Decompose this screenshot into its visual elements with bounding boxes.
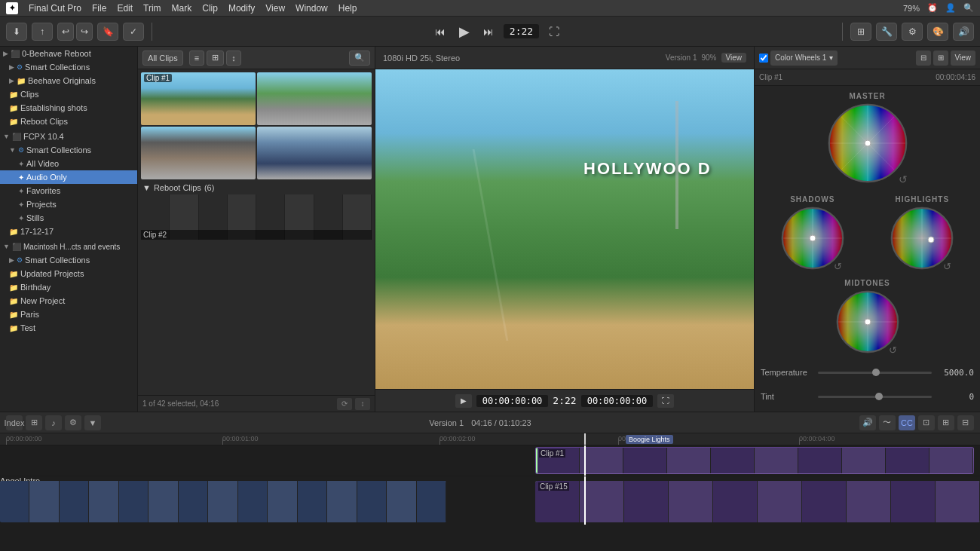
fullscreen-btn[interactable]: ⛶	[657, 394, 674, 408]
checkmark-btn[interactable]: ✓	[123, 23, 144, 41]
tint-slider[interactable]	[818, 396, 932, 398]
tl-audio-meter-btn[interactable]: 🔊	[859, 415, 876, 430]
undo-btn[interactable]: ↩	[57, 23, 74, 41]
star-icon-stills: ✦	[18, 214, 24, 222]
redo-btn[interactable]: ↪	[76, 23, 93, 41]
sidebar-item-beehave-originals[interactable]: ▶ 📁 Beehave Originals	[0, 74, 137, 87]
timeline-marker-label: Boogie Lights	[626, 435, 673, 444]
sidebar-item-updated-projects[interactable]: 📁 Updated Projects	[0, 267, 137, 280]
menu-trim[interactable]: Trim	[143, 3, 161, 14]
sidebar-item-establishing[interactable]: 📁 Establishing shots	[0, 101, 137, 115]
browser-search-btn[interactable]: 🔍	[349, 51, 370, 66]
browser-list-view[interactable]: ≡	[189, 51, 204, 66]
color-btn[interactable]: 🎨	[927, 23, 948, 41]
list-item[interactable]	[257, 127, 372, 179]
menu-modify[interactable]: Modify	[228, 3, 255, 14]
transport-controls: ⏮ ▶ ⏭ 2:22 ⛶	[160, 23, 835, 41]
effects-btn[interactable]: ⚙	[902, 23, 923, 41]
sidebar-item-clips[interactable]: 📁 Clips	[0, 87, 137, 101]
highlights-wheel-wrapper[interactable]: ↺	[889, 205, 955, 273]
fullscreen-btn[interactable]: ⛶	[545, 23, 563, 41]
sidebar-item-beehave-reboot[interactable]: ▶ ⬛ 0-Beehave Reboot	[0, 47, 137, 60]
menu-clip[interactable]: Clip	[202, 3, 218, 14]
sidebar-item-birthday[interactable]: 📁 Birthday	[0, 280, 137, 294]
all-clips-btn[interactable]: All Clips	[142, 51, 183, 66]
sidebar-item-smart-collections-3[interactable]: ▶ ⚙ Smart Collections	[0, 253, 137, 267]
tl-color-enhance-btn[interactable]: CC	[899, 415, 915, 430]
sidebar-item-label: Reboot Clips	[20, 117, 68, 126]
view-dropdown-btn[interactable]: View	[721, 53, 747, 63]
viewer-frame[interactable]: HOLLYWOO D	[375, 69, 754, 389]
effect-enable-checkbox[interactable]	[759, 54, 768, 63]
goto-end-btn[interactable]: ⏭	[479, 23, 498, 41]
temperature-slider[interactable]	[818, 372, 932, 374]
menu-fcpro[interactable]: Final Cut Pro	[29, 3, 81, 14]
timeline-clip-angel-intro[interactable]	[0, 481, 446, 522]
menu-view[interactable]: View	[265, 3, 285, 14]
clip-mode-btn[interactable]: ↕	[355, 398, 370, 410]
media-import-btn[interactable]: ⬇	[6, 23, 27, 41]
svg-point-8	[865, 140, 871, 146]
tl-audio-btn[interactable]: ♪	[45, 415, 62, 430]
menu-file[interactable]: File	[92, 3, 106, 14]
tl-waveform-btn[interactable]: 〜	[879, 415, 896, 430]
zoom-level: 90%	[701, 54, 716, 62]
browser-sort[interactable]: ↕	[226, 51, 241, 66]
sidebar-item-favorites[interactable]: ✦ Favorites	[0, 184, 137, 197]
tl-view-btn[interactable]: ⊡	[918, 415, 935, 430]
menu-mark[interactable]: Mark	[172, 3, 192, 14]
list-item[interactable]	[141, 127, 256, 179]
layout-btn[interactable]: ⊞	[850, 23, 871, 41]
keyword-btn[interactable]: 🔖	[97, 23, 118, 41]
inspector-btn[interactable]: 🔧	[876, 23, 897, 41]
share-btn[interactable]: ↑	[32, 23, 53, 41]
play-range-btn[interactable]: ▶	[455, 394, 472, 408]
menu-window[interactable]: Window	[296, 3, 328, 14]
sidebar-item-macintosh[interactable]: ▼ ⬛ Macintosh H...cts and events	[0, 240, 137, 253]
menubar-search[interactable]: 🔍	[963, 3, 974, 13]
sidebar-item-projects[interactable]: ✦ Projects	[0, 197, 137, 211]
index-btn[interactable]: Index	[6, 415, 23, 430]
effect-name-btn[interactable]: Color Wheels 1 ▾	[770, 51, 838, 66]
play-btn[interactable]: ▶	[455, 23, 473, 41]
sidebar-item-reboot-clips[interactable]: 📁 Reboot Clips	[0, 115, 137, 128]
inspector-expand-btn[interactable]: ⊞	[933, 51, 948, 66]
reboot-clips-header[interactable]: ▼ Reboot Clips (6)	[141, 181, 372, 194]
audio-btn[interactable]: 🔊	[953, 23, 974, 41]
sidebar-item-new-project[interactable]: 📁 New Project	[0, 294, 137, 308]
duration-mode-btn[interactable]: ⟳	[337, 398, 352, 410]
svg-point-26	[928, 237, 934, 243]
timeline-clip-1[interactable]: Clip #1	[535, 447, 974, 474]
sidebar-item-all-video[interactable]: ✦ All Video	[0, 157, 137, 170]
tl-clip-btn[interactable]: ⊞	[26, 415, 42, 430]
inspector-view-btn[interactable]: View	[951, 51, 976, 66]
sidebar-item-test[interactable]: 📁 Test	[0, 321, 137, 335]
master-wheel-wrapper[interactable]: ↺	[826, 102, 909, 186]
sidebar-item-audio-only[interactable]: ✦ Audio Only	[0, 170, 137, 184]
list-item[interactable]: Clip #1	[141, 72, 256, 125]
midtones-wheel-wrapper[interactable]: ↺	[835, 289, 901, 357]
ruler-line-2	[439, 439, 440, 445]
menu-edit[interactable]: Edit	[117, 3, 133, 14]
sidebar-item-paris[interactable]: 📁 Paris	[0, 308, 137, 321]
sidebar-item-17-12-17[interactable]: 📁 17-12-17	[0, 225, 137, 238]
browser-grid-view[interactable]: ⊞	[207, 51, 224, 66]
shadows-wheel-wrapper[interactable]: ↺	[779, 205, 846, 273]
playhead-indicator	[584, 433, 586, 445]
sidebar-item-smart-collections-1[interactable]: ▶ ⚙ Smart Collections	[0, 60, 137, 74]
menu-help[interactable]: Help	[338, 3, 357, 14]
sidebar-item-fcpx[interactable]: ▼ ⬛ FCPX 10.4	[0, 130, 137, 143]
timeline-right-controls: 🔊 〜 CC ⊡ ⊞ ⊟	[859, 415, 974, 430]
tl-layout-btn[interactable]: ⊞	[938, 415, 954, 430]
ff	[755, 448, 798, 473]
sidebar-item-smart-collections-2[interactable]: ▼ ⚙ Smart Collections	[0, 143, 137, 157]
reboot-clip-thumbnail[interactable]: Clip #2	[141, 194, 372, 240]
list-item[interactable]	[257, 72, 372, 125]
tl-effects-btn[interactable]: ⚙	[65, 415, 81, 430]
tl-zoom-btn[interactable]: ⊟	[957, 415, 974, 430]
tl-expand-btn[interactable]: ▼	[84, 415, 101, 430]
sidebar-item-stills[interactable]: ✦ Stills	[0, 211, 137, 225]
inspector-collapse-btn[interactable]: ⊟	[916, 51, 931, 66]
timeline-clip-15[interactable]: Clip #15	[535, 481, 980, 522]
goto-start-btn[interactable]: ⏮	[431, 23, 449, 41]
